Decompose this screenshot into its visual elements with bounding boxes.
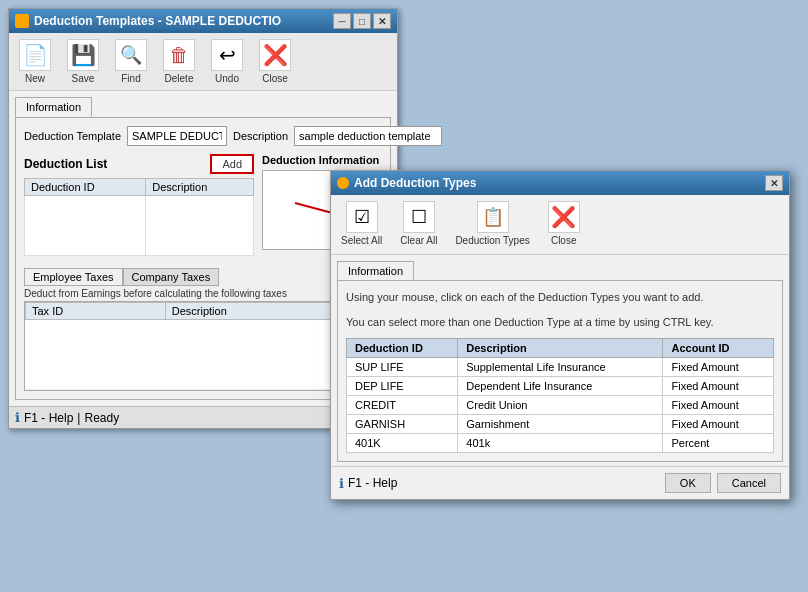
main-window-title: Deduction Templates - SAMPLE DEDUCTIO	[34, 14, 281, 28]
table-row[interactable]: 401K401kPercent	[347, 434, 774, 453]
save-label: Save	[72, 73, 95, 84]
deduction-list-empty-row	[25, 196, 254, 256]
dialog-info-text-1: Using your mouse, click on each of the D…	[346, 289, 774, 306]
dialog-help-text: F1 - Help	[348, 476, 397, 490]
main-tab-bar: Information	[15, 97, 391, 117]
table-cell-deductionId: CREDIT	[347, 396, 458, 415]
tax-col-id: Tax ID	[26, 303, 166, 320]
tax-grid-wrapper: Tax ID Description	[24, 301, 382, 391]
table-cell-accountId: Fixed Amount	[663, 396, 774, 415]
deduction-list-header: Deduction List Add	[24, 154, 254, 174]
deduction-add-button[interactable]: Add	[210, 154, 254, 174]
delete-button[interactable]: 🗑 Delete	[159, 37, 199, 86]
find-icon: 🔍	[115, 39, 147, 71]
dialog-title-bar: Add Deduction Types ✕	[331, 171, 789, 195]
dialog-footer-help: ℹ F1 - Help	[339, 476, 397, 491]
form-row-template: Deduction Template Description	[24, 126, 382, 146]
status-separator: |	[77, 411, 80, 425]
tab-information[interactable]: Information	[15, 97, 92, 117]
deduction-template-input[interactable]	[127, 126, 227, 146]
deduction-section: Deduction List Add Deduction ID Descript…	[24, 154, 382, 262]
dialog-tab-bar: Information	[337, 261, 783, 280]
status-text: Ready	[84, 411, 119, 425]
table-cell-accountId: Fixed Amount	[663, 377, 774, 396]
dialog-info-text-2: You can select more than one Deduction T…	[346, 314, 774, 331]
dialog-help-icon: ℹ	[339, 476, 344, 491]
maximize-button[interactable]: □	[353, 13, 371, 29]
deduction-types-label: Deduction Types	[455, 235, 529, 246]
ok-button[interactable]: OK	[665, 473, 711, 493]
deduct-earnings-text: Deduct from Earnings before calculating …	[24, 288, 382, 299]
main-title-bar: Deduction Templates - SAMPLE DEDUCTIO ─ …	[9, 9, 397, 33]
delete-icon: 🗑	[163, 39, 195, 71]
deduction-info-label: Deduction Information	[262, 154, 382, 166]
description-label: Description	[233, 130, 288, 142]
table-row[interactable]: DEP LIFEDependent Life InsuranceFixed Am…	[347, 377, 774, 396]
dialog-close-toolbar-icon: ❌	[548, 201, 580, 233]
undo-button[interactable]: ↩ Undo	[207, 37, 247, 86]
close-toolbar-label: Close	[262, 73, 288, 84]
table-cell-accountId: Fixed Amount	[663, 415, 774, 434]
employee-taxes-tab[interactable]: Employee Taxes	[24, 268, 123, 286]
dt-col-account: Account ID	[663, 339, 774, 358]
col-description: Description	[146, 179, 254, 196]
dialog-close-button[interactable]: ✕	[765, 175, 783, 191]
deduction-list-grid: Deduction ID Description	[24, 178, 254, 256]
deduction-types-button[interactable]: 📋 Deduction Types	[451, 199, 533, 248]
dialog-tab-information[interactable]: Information	[337, 261, 414, 280]
dialog-icon	[337, 177, 349, 189]
table-cell-description: Dependent Life Insurance	[458, 377, 663, 396]
table-cell-deductionId: GARNISH	[347, 415, 458, 434]
tax-section: Employee Taxes Company Taxes Add Deduct …	[24, 268, 382, 391]
dt-col-description: Description	[458, 339, 663, 358]
save-button[interactable]: 💾 Save	[63, 37, 103, 86]
find-button[interactable]: 🔍 Find	[111, 37, 151, 86]
table-row[interactable]: GARNISHGarnishmentFixed Amount	[347, 415, 774, 434]
new-label: New	[25, 73, 45, 84]
tax-grid-empty-row	[26, 320, 381, 390]
table-cell-description: Credit Union	[458, 396, 663, 415]
tax-tab-group: Employee Taxes Company Taxes	[24, 268, 219, 286]
deduction-template-label: Deduction Template	[24, 130, 121, 142]
col-deduction-id: Deduction ID	[25, 179, 146, 196]
table-cell-deductionId: DEP LIFE	[347, 377, 458, 396]
dialog-close-toolbar-button[interactable]: ❌ Close	[544, 199, 584, 248]
tax-grid: Tax ID Description	[25, 302, 381, 390]
dialog-tab-content: Using your mouse, click on each of the D…	[337, 280, 783, 462]
help-icon: ℹ	[15, 410, 20, 425]
company-taxes-tab[interactable]: Company Taxes	[123, 268, 220, 286]
close-button[interactable]: ✕	[373, 13, 391, 29]
table-cell-accountId: Fixed Amount	[663, 358, 774, 377]
clear-all-button[interactable]: ☐ Clear All	[396, 199, 441, 248]
dialog-window: Add Deduction Types ✕ ☑ Select All ☐ Cle…	[330, 170, 790, 500]
new-icon: 📄	[19, 39, 51, 71]
help-text: F1 - Help	[24, 411, 73, 425]
table-cell-description: Supplemental Life Insurance	[458, 358, 663, 377]
cancel-button[interactable]: Cancel	[717, 473, 781, 493]
select-all-icon: ☑	[346, 201, 378, 233]
table-cell-accountId: Percent	[663, 434, 774, 453]
main-window-icon	[15, 14, 29, 28]
find-label: Find	[121, 73, 140, 84]
table-row[interactable]: CREDITCredit UnionFixed Amount	[347, 396, 774, 415]
clear-all-label: Clear All	[400, 235, 437, 246]
table-row[interactable]: SUP LIFESupplemental Life InsuranceFixed…	[347, 358, 774, 377]
select-all-button[interactable]: ☑ Select All	[337, 199, 386, 248]
new-button[interactable]: 📄 New	[15, 37, 55, 86]
deduction-types-table: Deduction ID Description Account ID SUP …	[346, 338, 774, 453]
deduction-list-section: Deduction List Add Deduction ID Descript…	[24, 154, 254, 262]
table-cell-deductionId: 401K	[347, 434, 458, 453]
main-toolbar: 📄 New 💾 Save 🔍 Find 🗑 Delete ↩ Undo ❌ Cl…	[9, 33, 397, 91]
undo-label: Undo	[215, 73, 239, 84]
tax-tabs-row: Employee Taxes Company Taxes Add	[24, 268, 382, 286]
deduction-list-label: Deduction List	[24, 157, 107, 171]
select-all-label: Select All	[341, 235, 382, 246]
dialog-toolbar: ☑ Select All ☐ Clear All 📋 Deduction Typ…	[331, 195, 789, 255]
description-input[interactable]	[294, 126, 442, 146]
undo-icon: ↩	[211, 39, 243, 71]
table-cell-description: Garnishment	[458, 415, 663, 434]
close-toolbar-button[interactable]: ❌ Close	[255, 37, 295, 86]
table-cell-deductionId: SUP LIFE	[347, 358, 458, 377]
table-cell-description: 401k	[458, 434, 663, 453]
minimize-button[interactable]: ─	[333, 13, 351, 29]
